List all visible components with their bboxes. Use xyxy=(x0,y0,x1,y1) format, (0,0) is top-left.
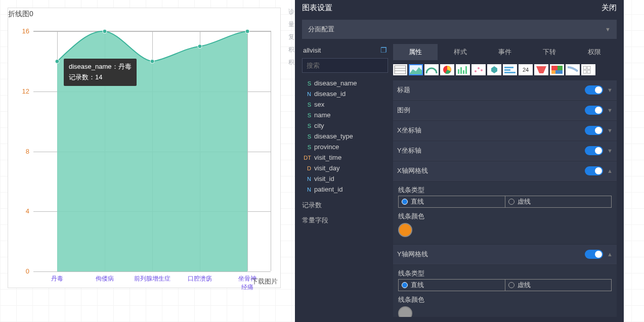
svg-point-0 xyxy=(55,59,59,63)
ygrid-sub-block: 线条类型 直线 虚线 线条颜色 xyxy=(393,265,617,317)
toggle-title[interactable] xyxy=(585,85,603,95)
facet-config-bar[interactable]: 分面配置 ▼ xyxy=(302,20,617,39)
radio-dashed[interactable]: 虚线 xyxy=(505,280,612,291)
search-input[interactable] xyxy=(302,58,388,73)
y-tick-0: 0 xyxy=(12,267,29,275)
xgrid-line-type-radio: 直线 虚线 xyxy=(398,196,612,208)
field-item-name[interactable]: Sname xyxy=(302,110,388,120)
chart-type-matrix-icon[interactable] xyxy=(581,64,595,75)
svg-rect-10 xyxy=(460,67,462,74)
radio-solid[interactable]: 直线 xyxy=(399,196,505,207)
chart-type-table-icon[interactable] xyxy=(393,64,407,75)
tab-style[interactable]: 样式 xyxy=(438,44,482,60)
field-item-disease_name[interactable]: Sdisease_name xyxy=(302,78,388,88)
field-type-badge: N xyxy=(302,176,311,182)
x-tick-2: 前列腺增生症 xyxy=(134,274,170,283)
svg-point-4 xyxy=(245,29,249,33)
chart-type-hex-icon[interactable] xyxy=(487,64,501,75)
toggle-xaxis[interactable] xyxy=(585,126,603,135)
side-sliver: 诊 量 复 积 积 xyxy=(288,8,294,67)
radio-solid[interactable]: 直线 xyxy=(399,280,505,291)
field-name: visit_id xyxy=(314,175,334,182)
prop-legend-row[interactable]: 图例 xyxy=(393,101,617,120)
download-image-link[interactable]: 下载图片 xyxy=(251,277,278,286)
prop-yaxis-row[interactable]: Y坐标轴 xyxy=(393,141,617,161)
field-type-badge: S xyxy=(302,133,311,140)
svg-point-14 xyxy=(478,67,480,69)
close-button[interactable]: 关闭 xyxy=(602,3,617,13)
field-item-sex[interactable]: Ssex xyxy=(302,99,388,110)
radio-dot-off-icon xyxy=(508,199,514,205)
collapse-icon[interactable] xyxy=(607,168,613,174)
toggle-yaxis[interactable] xyxy=(585,146,603,155)
expand-icon[interactable] xyxy=(607,127,613,133)
constant-field-label[interactable]: 常量字段 xyxy=(302,216,388,225)
fields-list: Sdisease_nameNdisease_idSsexSnameScitySd… xyxy=(302,78,388,195)
field-item-visit_day[interactable]: Dvisit_day xyxy=(302,163,388,173)
field-name: province xyxy=(314,143,339,151)
tab-drill[interactable]: 下转 xyxy=(527,44,572,60)
collapse-icon[interactable] xyxy=(607,251,613,257)
line-type-label: 线条类型 xyxy=(398,186,612,195)
svg-marker-20 xyxy=(536,66,546,73)
panel-title: 图表设置 xyxy=(302,3,332,13)
field-name: city xyxy=(314,122,324,129)
field-item-province[interactable]: Sprovince xyxy=(302,142,388,152)
svg-rect-18 xyxy=(504,69,510,71)
toggle-xgrid[interactable] xyxy=(585,166,603,175)
svg-rect-26 xyxy=(587,66,590,69)
prop-xaxis-row[interactable]: X坐标轴 xyxy=(393,121,617,141)
expand-icon[interactable] xyxy=(607,107,613,113)
tab-events[interactable]: 事件 xyxy=(483,44,527,60)
svg-rect-12 xyxy=(465,66,467,74)
x-tick-3: 口腔溃疡 xyxy=(188,274,212,283)
prop-title-row[interactable]: 标题 xyxy=(393,80,617,100)
svg-rect-5 xyxy=(395,66,406,74)
svg-marker-16 xyxy=(491,66,497,73)
copy-icon[interactable]: ❐ xyxy=(380,46,387,54)
radio-dashed[interactable]: 虚线 xyxy=(505,196,612,207)
chart-type-number-icon[interactable]: 24 xyxy=(519,64,533,75)
chart-type-gauge-icon[interactable] xyxy=(424,64,439,75)
svg-rect-23 xyxy=(551,70,555,74)
field-item-disease_type[interactable]: Sdisease_type xyxy=(302,131,388,142)
chart-type-sankey-icon[interactable] xyxy=(566,64,580,75)
svg-point-2 xyxy=(150,59,154,63)
toggle-legend[interactable] xyxy=(585,106,603,115)
xgrid-color-swatch[interactable] xyxy=(398,223,412,237)
chart-type-treemap-icon[interactable] xyxy=(550,64,564,75)
expand-icon[interactable] xyxy=(607,148,613,154)
field-item-patient_id[interactable]: Npatient_id xyxy=(302,184,388,195)
record-count-label[interactable]: 记录数 xyxy=(302,201,388,210)
svg-point-3 xyxy=(198,44,202,49)
chart-type-funnel-icon[interactable] xyxy=(534,64,548,75)
svg-rect-22 xyxy=(557,66,563,70)
field-item-disease_id[interactable]: Ndisease_id xyxy=(302,88,388,99)
field-item-visit_time[interactable]: DTvisit_time xyxy=(302,152,388,163)
svg-rect-19 xyxy=(504,72,516,73)
svg-point-13 xyxy=(475,70,477,72)
expand-icon[interactable] xyxy=(607,87,613,93)
line-color-label: 线条颜色 xyxy=(398,212,612,221)
field-type-badge: S xyxy=(302,80,311,86)
chart-type-pie-icon[interactable] xyxy=(440,64,454,75)
svg-rect-17 xyxy=(504,67,513,68)
field-item-visit_id[interactable]: Nvisit_id xyxy=(302,173,388,184)
ygrid-color-swatch[interactable] xyxy=(398,306,412,317)
chart-type-bar-icon[interactable] xyxy=(456,64,470,75)
tab-attributes[interactable]: 属性 xyxy=(393,44,438,60)
field-item-city[interactable]: Scity xyxy=(302,120,388,131)
radio-dot-off-icon xyxy=(508,282,514,288)
field-name: disease_name xyxy=(314,79,357,87)
chart-pane: 折线图0 disease xyxy=(8,8,281,288)
chevron-down-icon: ▼ xyxy=(605,26,611,32)
toggle-ygrid[interactable] xyxy=(585,250,603,259)
prop-ygrid-row[interactable]: Y轴网格线 xyxy=(393,245,617,264)
chart-type-hbar-icon[interactable] xyxy=(503,64,517,75)
y-tick-4: 4 xyxy=(12,207,29,215)
chart-type-scatter-icon[interactable] xyxy=(471,64,486,75)
field-name: name xyxy=(314,111,331,119)
prop-xgrid-row[interactable]: X轴网格线 xyxy=(393,161,617,181)
chart-type-area-icon[interactable] xyxy=(409,64,423,75)
tab-permission[interactable]: 权限 xyxy=(572,44,617,60)
